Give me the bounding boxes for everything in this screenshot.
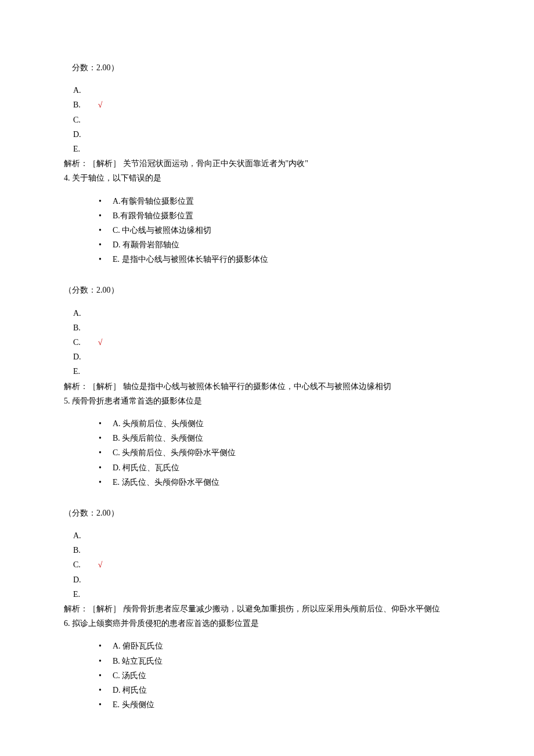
option-e: E. 头颅侧位 [64,697,470,712]
answer-c: C.√ [73,335,470,350]
question-stem: 5. 颅骨骨折患者通常首选的摄影体位是 [64,394,470,408]
question-stem: 4. 关于轴位，以下错误的是 [64,171,470,185]
option-e: E. 是指中心线与被照体长轴平行的摄影体位 [64,252,470,267]
option-c: C. 头颅前后位、头颅仰卧水平侧位 [64,445,470,460]
check-icon: √ [98,560,103,569]
answer-block: A. B. C.√ D. E. [73,306,470,379]
option-b: B. 站立瓦氏位 [64,654,470,668]
answer-e: E. [73,364,470,379]
answer-d: D. [73,573,470,587]
question-4: 4. 关于轴位，以下错误的是 A.有髌骨轴位摄影位置 B.有跟骨轴位摄影位置 C… [64,171,470,393]
option-e: E. 汤氏位、头颅仰卧水平侧位 [64,475,470,489]
answer-b: B. [73,321,470,335]
analysis-text: 解析：［解析］ 颅骨骨折患者应尽量减少搬动，以避免加重损伤，所以应采用头颅前后位… [64,602,470,616]
score-line: （分数：2.00） [64,283,470,297]
analysis-text: 解析：［解析］ 关节沿冠状面运动，骨向正中矢状面靠近者为"内收" [64,156,470,171]
answer-c: C.√ [73,557,470,572]
answer-b: B. [73,543,470,557]
answer-c: C. [73,113,470,127]
answer-e: E. [73,142,470,156]
option-c: C. 中心线与被照体边缘相切 [64,223,470,237]
option-d: D. 有颞骨岩部轴位 [64,237,470,252]
option-d: D. 柯氏位 [64,683,470,697]
option-b: B. 头颅后前位、头颅侧位 [64,431,470,445]
answer-a: A. [73,306,470,321]
score-line: 分数：2.00） [72,60,470,75]
question-5: 5. 颅骨骨折患者通常首选的摄影体位是 A. 头颅前后位、头颅侧位 B. 头颅后… [64,394,470,616]
option-c: C. 汤氏位 [64,668,470,683]
score-line: （分数：2.00） [64,506,470,520]
question-6: 6. 拟诊上颌窦癌并骨质侵犯的患者应首选的摄影位置是 A. 俯卧瓦氏位 B. 站… [64,616,470,712]
answer-block: A. B.√ C. D. E. [73,83,470,156]
answer-e: E. [73,587,470,602]
option-list: A.有髌骨轴位摄影位置 B.有跟骨轴位摄影位置 C. 中心线与被照体边缘相切 D… [64,194,470,267]
analysis-text: 解析：［解析］ 轴位是指中心线与被照体长轴平行的摄影体位，中心线不与被照体边缘相… [64,379,470,394]
option-a: A.有髌骨轴位摄影位置 [64,194,470,208]
answer-d: D. [73,127,470,142]
option-d: D. 柯氏位、瓦氏位 [64,460,470,475]
option-a: A. 俯卧瓦氏位 [64,639,470,653]
answer-a: A. [73,83,470,98]
answer-block: A. B. C.√ D. E. [73,528,470,602]
question-3-tail: 分数：2.00） A. B.√ C. D. E. 解析：［解析］ 关节沿冠状面运… [64,60,470,171]
option-a: A. 头颅前后位、头颅侧位 [64,416,470,431]
answer-b: B.√ [73,98,470,112]
question-stem: 6. 拟诊上颌窦癌并骨质侵犯的患者应首选的摄影位置是 [64,616,470,631]
answer-a: A. [73,528,470,543]
check-icon: √ [98,338,103,347]
option-list: A. 头颅前后位、头颅侧位 B. 头颅后前位、头颅侧位 C. 头颅前后位、头颅仰… [64,416,470,489]
option-list: A. 俯卧瓦氏位 B. 站立瓦氏位 C. 汤氏位 D. 柯氏位 E. 头颅侧位 [64,639,470,712]
check-icon: √ [98,100,103,109]
answer-d: D. [73,350,470,364]
option-b: B.有跟骨轴位摄影位置 [64,208,470,223]
